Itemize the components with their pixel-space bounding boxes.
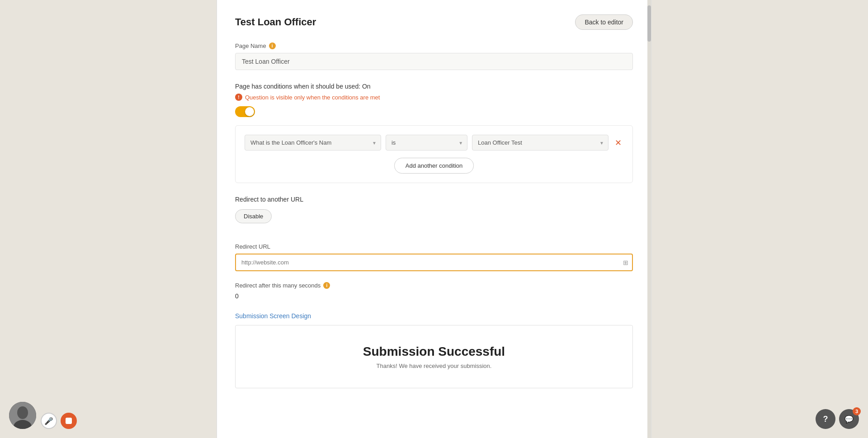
condition-answer-select[interactable]: Loan Officer Test — [472, 135, 609, 151]
warning-row: ! Question is visible only when the cond… — [235, 94, 633, 101]
conditions-toggle[interactable] — [235, 106, 255, 117]
toggle-thumb — [245, 107, 254, 116]
stop-button[interactable] — [61, 413, 77, 429]
condition-field-select[interactable]: What is the Loan Officer's Nam — [245, 135, 381, 151]
scrollbar-track[interactable] — [647, 0, 651, 438]
condition-answer-wrapper: Loan Officer Test ▼ — [472, 135, 609, 151]
redirect-url-input[interactable] — [235, 254, 633, 271]
redirect-seconds-value: 0 — [235, 292, 633, 300]
bottom-left-controls: 🎤 — [41, 413, 77, 429]
redirect-section: Redirect to another URL Disable — [235, 196, 633, 234]
add-condition-button[interactable]: Add another condition — [394, 158, 474, 174]
conditions-status: On — [362, 83, 371, 90]
conditions-box: What is the Loan Officer's Nam ▼ is ▼ — [235, 125, 633, 183]
condition-field-wrapper: What is the Loan Officer's Nam ▼ — [245, 135, 381, 151]
help-button[interactable]: ? — [816, 409, 835, 429]
page-name-info-icon: i — [269, 42, 276, 49]
submission-title: Submission Successful — [363, 344, 505, 359]
redirect-heading: Redirect to another URL — [235, 196, 633, 203]
submission-subtitle: Thanks! We have received your submission… — [377, 363, 492, 369]
redirect-seconds-info-icon: i — [323, 282, 330, 289]
back-to-editor-button[interactable]: Back to editor — [575, 14, 633, 30]
condition-operator-select[interactable]: is — [386, 135, 467, 151]
remove-condition-button[interactable]: ✕ — [613, 136, 623, 150]
panel-header: Test Loan Officer Back to editor — [235, 14, 633, 30]
microphone-button[interactable]: 🎤 — [41, 413, 57, 429]
svg-point-1 — [17, 406, 28, 419]
redirect-url-label: Redirect URL — [235, 243, 633, 250]
page-title: Test Loan Officer — [235, 16, 316, 28]
redirect-seconds-label: Redirect after this many seconds i — [235, 282, 633, 289]
conditions-section: Page has conditions when it should be us… — [235, 83, 633, 183]
disable-button[interactable]: Disable — [235, 209, 272, 223]
redirect-url-input-wrapper: ⊞ — [235, 254, 633, 271]
chat-badge: 3 — [853, 407, 861, 415]
submission-preview: Submission Successful Thanks! We have re… — [235, 325, 633, 388]
redirect-url-expand-icon: ⊞ — [623, 259, 628, 266]
chat-button[interactable]: 💬 3 — [839, 409, 859, 429]
bottom-right-controls: ? 💬 3 — [816, 409, 859, 429]
redirect-seconds-section: Redirect after this many seconds i 0 — [235, 282, 633, 300]
user-avatar — [9, 402, 36, 429]
submission-screen-label: Submission Screen Design — [235, 312, 633, 320]
conditions-title: Page has conditions when it should be us… — [235, 83, 633, 90]
main-panel: Test Loan Officer Back to editor Page Na… — [217, 0, 651, 438]
scrollbar-thumb[interactable] — [647, 5, 651, 42]
redirect-url-section: Redirect URL ⊞ — [235, 243, 633, 271]
toggle-track[interactable] — [235, 106, 255, 117]
stop-icon — [66, 418, 72, 424]
avatar-image — [9, 402, 36, 429]
page-wrapper: Test Loan Officer Back to editor Page Na… — [0, 0, 868, 438]
page-name-input[interactable] — [235, 53, 633, 70]
warning-icon: ! — [235, 94, 242, 101]
condition-operator-wrapper: is ▼ — [386, 135, 467, 151]
condition-row: What is the Loan Officer's Nam ▼ is ▼ — [245, 135, 623, 151]
submission-screen-section: Submission Screen Design Submission Succ… — [235, 312, 633, 388]
page-name-label: Page Name i — [235, 42, 633, 49]
warning-text: Question is visible only when the condit… — [245, 94, 380, 101]
